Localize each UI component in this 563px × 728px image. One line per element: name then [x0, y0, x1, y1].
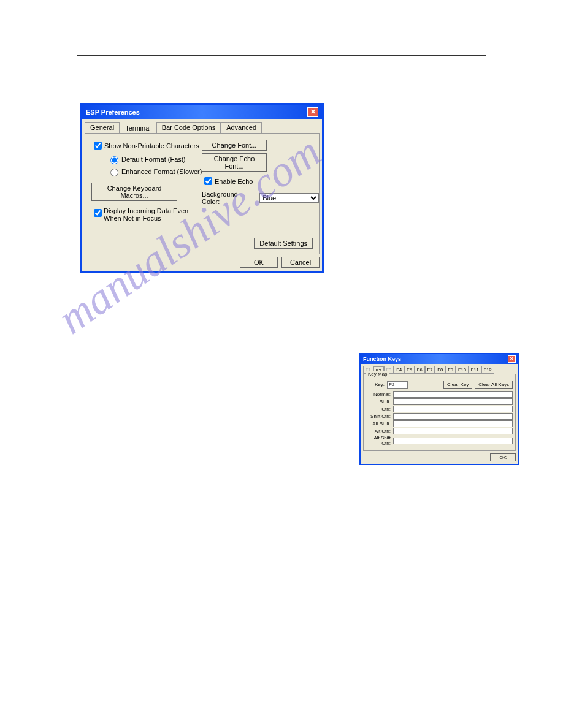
- dialog-titlebar: ESP Preferences ✕: [82, 105, 322, 119]
- dialog2-footer: OK: [361, 453, 518, 464]
- row-shiftctrl-label: Shift Ctrl:: [366, 414, 391, 419]
- row-altshift-label: Alt Shift:: [366, 421, 391, 427]
- tab-f9[interactable]: F9: [445, 366, 456, 374]
- background-color-label: Background Color:: [202, 191, 256, 205]
- ok-button[interactable]: OK: [240, 257, 278, 268]
- tab-general[interactable]: General: [85, 122, 120, 133]
- row-shift-label: Shift:: [366, 399, 391, 404]
- clear-key-button[interactable]: Clear Key: [443, 381, 472, 389]
- row-altshiftctrl-label: Alt Shift Ctrl:: [366, 435, 391, 446]
- row-normal-label: Normal:: [366, 392, 391, 397]
- key-label: Key:: [375, 382, 385, 387]
- show-nonprintable-checkbox[interactable]: [94, 142, 102, 150]
- default-format-radio[interactable]: [110, 156, 118, 164]
- ok-button[interactable]: OK: [490, 453, 516, 461]
- tab-f11[interactable]: F11: [469, 366, 481, 374]
- display-incoming-checkbox[interactable]: [94, 209, 102, 217]
- tab-f7[interactable]: F7: [425, 366, 435, 374]
- tab-f8[interactable]: F8: [435, 366, 445, 374]
- dialog-title: ESP Preferences: [86, 108, 140, 116]
- row-ctrl-input[interactable]: [393, 406, 513, 412]
- enable-echo-label: Enable Echo: [215, 178, 253, 185]
- dialog2-title: Function Keys: [363, 356, 401, 362]
- tab-f4[interactable]: F4: [394, 366, 404, 374]
- row-altctrl-label: Alt Ctrl:: [366, 428, 391, 434]
- enhanced-format-radio[interactable]: [110, 169, 118, 176]
- row-altshiftctrl-input[interactable]: [393, 438, 513, 444]
- change-font-button[interactable]: Change Font...: [202, 140, 267, 151]
- keymap-legend: Key Map: [366, 371, 389, 377]
- function-keys-dialog: Function Keys ✕ F1 F2 F3 F4 F5 F6 F7 F8 …: [359, 353, 519, 465]
- keymap-group: Key Map Key: Clear Key Clear All Keys No…: [363, 374, 516, 451]
- esp-preferences-dialog: ESP Preferences ✕ General Terminal Bar C…: [80, 103, 324, 273]
- dialog2-titlebar: Function Keys ✕: [361, 354, 518, 364]
- change-keyboard-macros-button[interactable]: Change Keyboard Macros...: [91, 183, 177, 201]
- default-settings-button[interactable]: Default Settings: [254, 238, 313, 249]
- cancel-button[interactable]: Cancel: [282, 257, 320, 268]
- row-altctrl-input[interactable]: [393, 428, 513, 434]
- row-ctrl-label: Ctrl:: [366, 406, 391, 412]
- background-color-select[interactable]: Blue: [259, 193, 319, 203]
- enable-echo-checkbox[interactable]: [204, 177, 212, 185]
- row-shiftctrl-input[interactable]: [393, 413, 513, 420]
- change-echo-font-button[interactable]: Change Echo Font...: [202, 153, 267, 172]
- terminal-panel: Show Non-Printable Characters Default Fo…: [85, 133, 320, 254]
- row-shift-input[interactable]: [393, 398, 513, 405]
- row-altshift-input[interactable]: [393, 420, 513, 427]
- key-input[interactable]: [387, 381, 408, 389]
- show-nonprintable-label: Show Non-Printable Characters: [104, 142, 199, 150]
- tab-terminal[interactable]: Terminal: [120, 123, 156, 134]
- tab-f6[interactable]: F6: [415, 366, 425, 374]
- tab-barcode-options[interactable]: Bar Code Options: [156, 122, 221, 133]
- tab-advanced[interactable]: Advanced: [221, 122, 262, 133]
- tab-f5[interactable]: F5: [404, 366, 415, 374]
- tab-f12[interactable]: F12: [481, 366, 494, 374]
- close-icon[interactable]: ✕: [307, 107, 318, 117]
- close-icon[interactable]: ✕: [508, 355, 516, 363]
- right-column: Change Font... Change Echo Font... Enabl…: [202, 140, 319, 205]
- dialog-footer: OK Cancel: [85, 257, 320, 268]
- tab-f10[interactable]: F10: [456, 366, 469, 374]
- default-format-label: Default Format (Fast): [121, 156, 186, 163]
- enhanced-format-label: Enhanced Format (Slower): [121, 168, 202, 175]
- tab-strip: General Terminal Bar Code Options Advanc…: [85, 122, 320, 133]
- display-incoming-label: Display Incoming Data Even When Not in F…: [104, 207, 188, 222]
- page-header-rule: [77, 55, 486, 56]
- clear-all-keys-button[interactable]: Clear All Keys: [475, 381, 513, 389]
- row-normal-input[interactable]: [393, 391, 513, 398]
